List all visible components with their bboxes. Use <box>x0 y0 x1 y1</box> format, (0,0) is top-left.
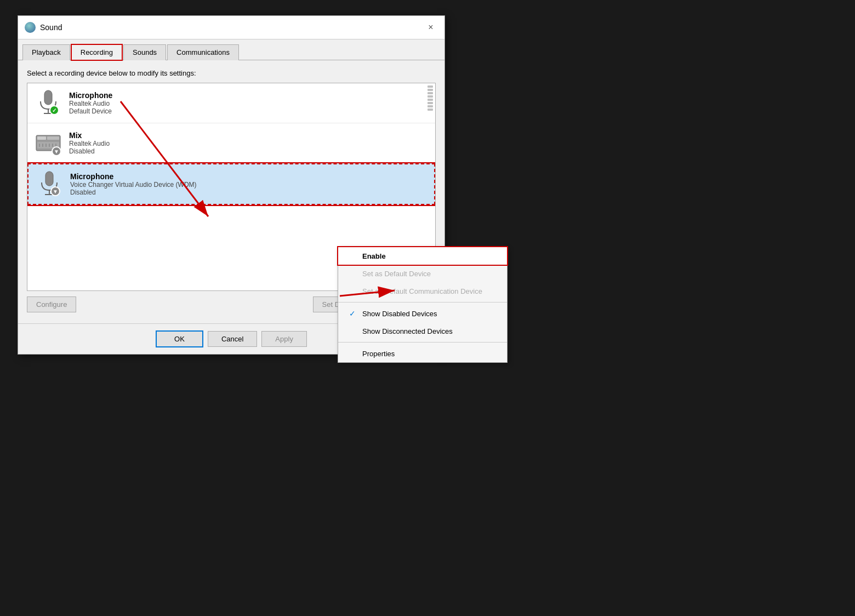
svg-rect-4 <box>37 136 46 140</box>
disabled-badge-mic2: ▼ <box>50 186 60 196</box>
context-item-set-default[interactable]: Set as Default Device <box>338 265 507 282</box>
disabled-badge-mix: ▼ <box>52 146 61 156</box>
tabs-bar: Playback Recording Sounds Communications <box>18 39 444 60</box>
device-driver-mix: Realtek Audio <box>69 140 429 147</box>
context-set-default-label: Set as Default Device <box>362 270 431 278</box>
tab-playback[interactable]: Playback <box>22 44 70 60</box>
context-show-disabled-label: Show Disabled Devices <box>362 310 437 318</box>
dialog-title: Sound <box>40 23 62 32</box>
show-disabled-check: ✓ <box>349 309 358 318</box>
svg-rect-5 <box>47 136 59 140</box>
title-bar: Sound × <box>18 16 444 39</box>
apply-button[interactable]: Apply <box>261 331 307 347</box>
context-enable-label: Enable <box>362 252 386 260</box>
context-item-enable[interactable]: Enable <box>338 247 507 265</box>
svg-rect-0 <box>44 90 52 105</box>
check-placeholder5 <box>349 349 358 358</box>
context-item-properties[interactable]: Properties <box>338 345 507 362</box>
default-badge: ✓ <box>49 105 59 115</box>
tab-communications[interactable]: Communications <box>167 44 239 60</box>
device-icon-mic2: ▼ <box>35 170 64 198</box>
instruction-text: Select a recording device below to modif… <box>27 69 436 77</box>
device-status-mix: Disabled <box>69 147 429 155</box>
check-placeholder3 <box>349 287 358 295</box>
context-show-disconnected-label: Show Disconnected Devices <box>362 327 453 335</box>
device-item-microphone-default[interactable]: ✓ Microphone Realtek Audio Default Devic… <box>27 83 435 123</box>
device-driver-mic1: Realtek Audio <box>69 100 429 107</box>
context-set-default-comm-label: Set as Default Communication Device <box>362 287 482 295</box>
device-driver-mic2: Voice Changer Virtual Audio Device (WDM) <box>70 181 428 189</box>
cancel-button[interactable]: Cancel <box>208 331 257 347</box>
device-name-mix: Mix <box>69 131 429 140</box>
device-item-mix[interactable]: ▼ Mix Realtek Audio Disabled <box>27 123 435 163</box>
check-placeholder2 <box>349 269 358 278</box>
close-button[interactable]: × <box>424 20 438 35</box>
context-item-show-disconnected[interactable]: Show Disconnected Devices <box>338 322 507 340</box>
device-item-voicechanger[interactable]: ▼ Microphone Voice Changer Virtual Audio… <box>27 163 435 205</box>
context-separator-1 <box>338 302 507 303</box>
context-item-show-disabled[interactable]: ✓ Show Disabled Devices <box>338 305 507 322</box>
configure-button[interactable]: Configure <box>27 296 76 312</box>
device-status-mic1: Default Device <box>69 107 429 115</box>
tab-sounds[interactable]: Sounds <box>123 44 166 60</box>
svg-rect-13 <box>45 172 53 186</box>
context-item-set-default-comm[interactable]: Set as Default Communication Device <box>338 282 507 300</box>
volume-indicator-mic1 <box>426 83 434 123</box>
device-name-mic1: Microphone <box>69 91 429 100</box>
context-separator-2 <box>338 342 507 343</box>
device-name-mic2: Microphone <box>70 172 428 181</box>
device-info-mic2: Microphone Voice Changer Virtual Audio D… <box>70 172 428 196</box>
ok-button[interactable]: OK <box>156 330 203 347</box>
device-info-mix: Mix Realtek Audio Disabled <box>69 131 429 155</box>
context-properties-label: Properties <box>362 350 395 358</box>
context-menu: Enable Set as Default Device Set as Defa… <box>338 247 508 363</box>
device-icon-mic1: ✓ <box>34 89 62 117</box>
tab-recording[interactable]: Recording <box>71 44 122 60</box>
device-status-mic2: Disabled <box>70 189 428 196</box>
check-placeholder4 <box>349 327 358 335</box>
title-bar-left: Sound <box>25 22 62 33</box>
check-placeholder <box>349 252 358 260</box>
sound-icon <box>25 22 36 33</box>
device-info-mic1: Microphone Realtek Audio Default Device <box>69 91 429 115</box>
device-icon-mix: ▼ <box>34 129 62 157</box>
